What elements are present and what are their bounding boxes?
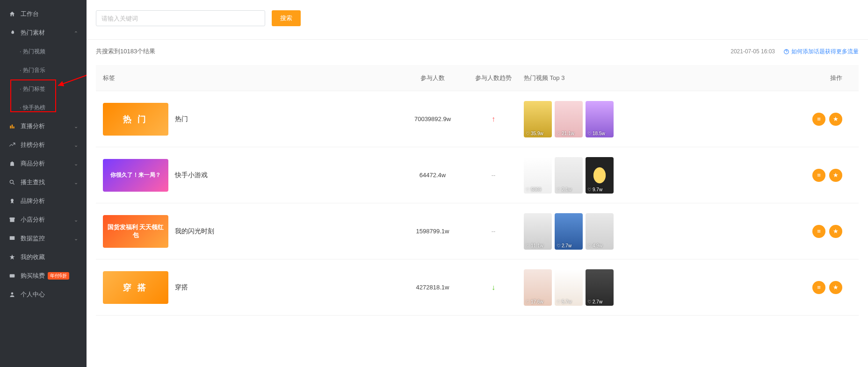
sidebar-item-personal[interactable]: 个人中心 (0, 285, 87, 304)
trend-down-icon: ↓ (463, 283, 524, 292)
sidebar-item-live-analysis[interactable]: 直播分析 ⌄ (0, 117, 87, 136)
tag-name[interactable]: 快手小游戏 (175, 171, 208, 180)
like-count: ♡ 17.6w (526, 299, 543, 304)
search-input[interactable] (96, 10, 265, 26)
video-thumb[interactable]: ♡ 17.6w (524, 269, 552, 306)
th-top3: 热门视频 Top 3 (524, 74, 627, 82)
favorite-button[interactable]: ★ (829, 281, 842, 294)
svg-rect-1 (12, 125, 13, 129)
favorite-button[interactable]: ★ (829, 169, 842, 182)
search-icon (8, 179, 16, 186)
tag-name[interactable]: 我的闪光时刻 (175, 227, 214, 236)
chevron-down-icon: ⌄ (74, 123, 78, 130)
fire-icon (8, 29, 16, 36)
svg-point-3 (10, 180, 13, 183)
detail-button[interactable]: ≡ (812, 169, 825, 182)
like-count: ♡ 4.9w (587, 243, 602, 248)
like-count: ♡ 2.1w (557, 187, 571, 192)
table-row: 穿 搭 穿搭 4272818.1w ↓ ♡ 17.6w ♡ 5.7w ♡ 2.7… (96, 259, 859, 316)
video-thumb[interactable]: ♡ 5.7w (555, 269, 583, 306)
tag-thumbnail[interactable]: 你很久了！来一局？ (103, 159, 168, 192)
help-link[interactable]: 如何添加话题获得更多流量 (783, 48, 859, 56)
th-trend: 参与人数趋势 (463, 74, 524, 82)
video-thumb[interactable]: ♡ 21.1w (555, 101, 583, 137)
sidebar-item-hot-material[interactable]: 热门素材 ⌄ (0, 23, 87, 42)
video-thumb[interactable]: ♡ 2.7w (555, 213, 583, 250)
top3-videos: ♡ 35.9w ♡ 21.1w ♡ 18.5w (524, 101, 627, 137)
like-count: ♡ 35.9w (526, 131, 543, 136)
search-button[interactable]: 搜索 (272, 10, 301, 26)
trend-none: -- (463, 228, 524, 235)
detail-button[interactable]: ≡ (812, 225, 825, 238)
sidebar-sub-hot-tags[interactable]: · 热门标签 (0, 79, 87, 98)
sidebar-label: 挂榜分析 (21, 141, 45, 149)
chevron-down-icon: ⌄ (74, 161, 78, 167)
video-thumb[interactable]: ♡ 11.1w (524, 213, 552, 250)
main-content: 搜索 共搜索到10183个结果 2021-07-05 16:03 如何添加话题获… (87, 0, 868, 367)
top3-videos: ♡ 5869 ♡ 2.1w ♡ 9.7w (524, 157, 627, 194)
video-thumb[interactable]: ♡ 4.9w (586, 213, 614, 250)
video-thumb[interactable]: ♡ 35.9w (524, 101, 552, 137)
participant-count: 1598799.1w (402, 228, 463, 235)
tag-thumbnail[interactable]: 穿 搭 (103, 271, 168, 304)
sidebar-label: 品牌分析 (21, 197, 45, 205)
medal-icon (8, 197, 16, 205)
sidebar-item-product-analysis[interactable]: 商品分析 ⌄ (0, 154, 87, 173)
shop-icon (8, 216, 16, 223)
sidebar-item-workbench[interactable]: 工作台 (0, 5, 87, 23)
sidebar-sub-hot-video[interactable]: · 热门视频 (0, 42, 87, 61)
table-row: 你很久了！来一局？ 快手小游戏 64472.4w -- ♡ 5869 ♡ 2.1… (96, 147, 859, 203)
video-thumb[interactable]: ♡ 2.1w (555, 157, 583, 194)
tag-thumbnail[interactable]: 国货发福利 天天领红包 (103, 215, 168, 248)
tag-name[interactable]: 穿搭 (175, 283, 188, 292)
sidebar-item-rank-analysis[interactable]: 挂榜分析 ⌄ (0, 136, 87, 154)
chevron-down-icon: ⌄ (74, 30, 78, 36)
favorite-button[interactable]: ★ (829, 113, 842, 126)
top3-videos: ♡ 11.1w ♡ 2.7w ♡ 4.9w (524, 213, 627, 250)
like-count: ♡ 11.1w (526, 243, 543, 248)
sidebar-item-brand-analysis[interactable]: 品牌分析 (0, 192, 87, 210)
table-row: 国货发福利 天天领红包 我的闪光时刻 1598799.1w -- ♡ 11.1w… (96, 203, 859, 259)
sidebar-sub-hot-music[interactable]: · 热门音乐 (0, 61, 87, 79)
trend-icon (8, 141, 16, 149)
like-count: ♡ 2.7w (557, 243, 571, 248)
sidebar-item-purchase[interactable]: 购买续费 年付6折 (0, 266, 87, 285)
video-thumb[interactable]: ♡ 9.7w (586, 157, 614, 194)
svg-rect-2 (13, 127, 14, 129)
tag-name[interactable]: 热门 (175, 115, 188, 123)
sidebar-label: 小店分析 (21, 216, 45, 224)
trend-up-icon: ↑ (463, 115, 524, 123)
tag-table: 标签 参与人数 参与人数趋势 热门视频 Top 3 操作 热 门 热门 7003… (96, 65, 859, 316)
svg-point-4 (11, 199, 14, 201)
sidebar-label: 直播分析 (21, 122, 45, 130)
sidebar-label: 工作台 (21, 10, 39, 18)
svg-rect-0 (10, 126, 11, 129)
detail-button[interactable]: ≡ (812, 281, 825, 294)
tag-thumbnail[interactable]: 热 门 (103, 103, 168, 136)
sidebar-item-data-monitor[interactable]: 数据监控 ⌄ (0, 229, 87, 248)
video-thumb[interactable]: ♡ 18.5w (586, 101, 614, 137)
search-bar: 搜索 (87, 0, 868, 36)
favorite-button[interactable]: ★ (829, 225, 842, 238)
sidebar-label: 我的收藏 (21, 253, 45, 261)
like-count: ♡ 9.7w (587, 187, 602, 192)
svg-rect-5 (10, 236, 15, 240)
sidebar-label: 热门素材 (21, 29, 45, 37)
chevron-down-icon: ⌄ (74, 217, 78, 223)
video-thumb[interactable]: ♡ 2.7w (586, 269, 614, 306)
sidebar-sub-ks-hotlist[interactable]: · 快手热榜 (0, 98, 87, 117)
sidebar-item-anchor-search[interactable]: 播主查找 ⌄ (0, 173, 87, 192)
sidebar-label: 商品分析 (21, 159, 45, 168)
sidebar-label: 个人中心 (21, 290, 45, 299)
sidebar-item-my-fav[interactable]: 我的收藏 (0, 248, 87, 266)
chevron-down-icon: ⌄ (74, 142, 78, 148)
participant-count: 4272818.1w (402, 284, 463, 291)
participant-count: 70039892.9w (402, 115, 463, 122)
chevron-down-icon: ⌄ (74, 236, 78, 242)
trend-none: -- (463, 172, 524, 179)
svg-point-8 (11, 292, 14, 295)
sidebar-item-shop-analysis[interactable]: 小店分析 ⌄ (0, 210, 87, 229)
detail-button[interactable]: ≡ (812, 113, 825, 126)
top3-videos: ♡ 17.6w ♡ 5.7w ♡ 2.7w (524, 269, 627, 306)
video-thumb[interactable]: ♡ 5869 (524, 157, 552, 194)
